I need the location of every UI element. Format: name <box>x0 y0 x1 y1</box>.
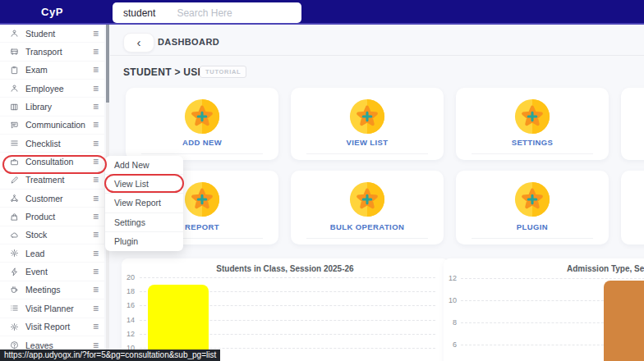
drag-handle-icon[interactable]: ≡ <box>93 267 99 276</box>
star-plus-icon <box>348 180 386 222</box>
drag-handle-icon[interactable]: ≡ <box>93 29 99 39</box>
customer-icon <box>10 194 19 203</box>
sidebar-item-label: Treatment <box>25 175 86 185</box>
star-plus-icon <box>183 98 221 139</box>
sidebar-item-label: Employee <box>25 84 86 94</box>
card-partial[interactable] <box>621 171 644 244</box>
gridline <box>461 278 644 279</box>
event-icon <box>10 267 19 276</box>
drag-handle-icon[interactable]: ≡ <box>93 175 99 185</box>
back-button[interactable]: ‹ <box>123 33 154 53</box>
drag-handle-icon[interactable]: ≡ <box>93 249 99 258</box>
students-in-class-chart: Students in Class, Session 2025-26 20181… <box>122 258 448 361</box>
drag-handle-icon[interactable]: ≡ <box>93 102 99 112</box>
chart-title: Students in Class, Session 2025-26 <box>122 264 448 273</box>
sidebar-item-lead[interactable]: Lead≡ <box>0 244 104 263</box>
card-divider <box>472 238 594 239</box>
search-scope-select[interactable]: student <box>113 7 155 19</box>
transport-icon <box>10 48 19 57</box>
card-label: VIEW LIST <box>291 138 444 147</box>
meetings-icon <box>10 286 19 295</box>
sidebar-item-student[interactable]: Student≡ <box>0 25 104 43</box>
sidebar: Student≡Transport≡Exam≡Employee≡Library≡… <box>0 25 104 361</box>
stock-icon <box>10 231 19 240</box>
status-url-tooltip: https://app.udyogx.in/?for=5&pg=consulta… <box>0 350 220 361</box>
global-search[interactable]: student <box>113 2 301 23</box>
tutorial-badge[interactable]: TUTORIAL <box>200 66 246 78</box>
sidebar-item-communication[interactable]: Communication≡ <box>0 117 104 135</box>
card-divider <box>472 153 594 154</box>
drag-handle-icon[interactable]: ≡ <box>93 340 99 350</box>
chart-bar <box>604 281 644 361</box>
card-label: ADD NEW <box>126 138 278 147</box>
drag-handle-icon[interactable]: ≡ <box>93 139 99 149</box>
sidebar-item-label: Lead <box>25 249 86 258</box>
y-axis-tick-label: 18 <box>117 287 135 295</box>
y-axis-tick-label: 10 <box>439 296 457 304</box>
chart-title: Admission Type, Session 2 <box>567 264 644 273</box>
sidebar-item-treatment[interactable]: Treatment≡ <box>0 171 104 190</box>
sidebar-item-label: Checklist <box>25 139 86 149</box>
drag-handle-icon[interactable]: ≡ <box>93 212 99 222</box>
sidebar-item-meetings[interactable]: Meetings≡ <box>0 281 104 299</box>
drag-handle-icon[interactable]: ≡ <box>93 194 99 203</box>
drag-handle-icon[interactable]: ≡ <box>93 84 99 94</box>
drag-handle-icon[interactable]: ≡ <box>93 322 99 331</box>
sidebar-item-label: Exam <box>25 65 86 75</box>
exam-icon <box>10 66 19 75</box>
sidebar-item-label: Meetings <box>25 285 86 295</box>
employee-icon <box>10 84 19 93</box>
communication-icon <box>10 121 19 130</box>
sidebar-item-exam[interactable]: Exam≡ <box>0 62 104 80</box>
card-plugin[interactable]: PLUGIN <box>456 171 609 244</box>
sidebar-item-stock[interactable]: Stock≡ <box>0 226 104 244</box>
lead-icon <box>10 249 19 258</box>
sidebar-scrollbar-thumb[interactable] <box>106 25 109 103</box>
page-title: DASHBOARD <box>158 37 219 47</box>
gridline <box>140 277 435 278</box>
drag-handle-icon[interactable]: ≡ <box>93 47 99 57</box>
y-axis-tick-label: 8 <box>439 318 457 327</box>
menu-item-plugin[interactable]: Plugin <box>105 232 183 251</box>
sidebar-item-visit-report[interactable]: Visit Report≡ <box>0 318 104 336</box>
sidebar-item-customer[interactable]: Customer≡ <box>0 190 104 208</box>
card-add-new[interactable]: ADD NEW <box>126 88 278 160</box>
search-input[interactable] <box>175 7 306 20</box>
sidebar-item-label: Leaves <box>25 340 86 350</box>
card-bulk-operation[interactable]: BULK OPERATION <box>291 171 444 244</box>
sidebar-item-label: Transport <box>25 47 86 57</box>
sidebar-item-library[interactable]: Library≡ <box>0 98 104 116</box>
card-divider <box>306 153 429 154</box>
drag-handle-icon[interactable]: ≡ <box>93 285 99 295</box>
sidebar-item-checklist[interactable]: Checklist≡ <box>0 135 104 153</box>
app-logo: CyP <box>0 0 104 23</box>
menu-item-settings[interactable]: Settings <box>105 213 183 232</box>
sidebar-item-visit-planner[interactable]: Visit Planner≡ <box>0 299 104 318</box>
drag-handle-icon[interactable]: ≡ <box>93 120 99 130</box>
menu-item-view-report[interactable]: View Report <box>105 194 183 212</box>
sidebar-item-label: Customer <box>25 194 86 203</box>
admission-type-chart: Admission Type, Session 2 121086 <box>444 258 644 361</box>
visit-planner-icon <box>10 304 19 313</box>
chevron-left-icon: ‹ <box>137 36 141 48</box>
star-plus-icon <box>183 180 221 222</box>
sidebar-item-label: Product <box>25 212 86 222</box>
sidebar-item-transport[interactable]: Transport≡ <box>0 43 104 61</box>
y-axis-tick-label: 14 <box>117 316 135 324</box>
treatment-icon <box>10 176 19 185</box>
card-partial[interactable] <box>621 88 644 160</box>
card-settings[interactable]: SETTINGS <box>456 88 609 160</box>
drag-handle-icon[interactable]: ≡ <box>93 65 99 75</box>
product-icon <box>10 212 19 222</box>
menu-item-add-new[interactable]: Add New <box>105 156 183 175</box>
y-axis-tick-label: 12 <box>117 330 135 338</box>
annotation-oval-view-list <box>104 174 184 193</box>
drag-handle-icon[interactable]: ≡ <box>93 230 99 240</box>
sidebar-item-employee[interactable]: Employee≡ <box>0 80 104 98</box>
drag-handle-icon[interactable]: ≡ <box>93 304 99 313</box>
sidebar-item-product[interactable]: Product≡ <box>0 208 104 226</box>
sidebar-item-event[interactable]: Event≡ <box>0 263 104 281</box>
sidebar-item-label: Student <box>25 29 86 39</box>
student-icon <box>10 29 19 38</box>
card-view-list[interactable]: VIEW LIST <box>291 88 444 160</box>
